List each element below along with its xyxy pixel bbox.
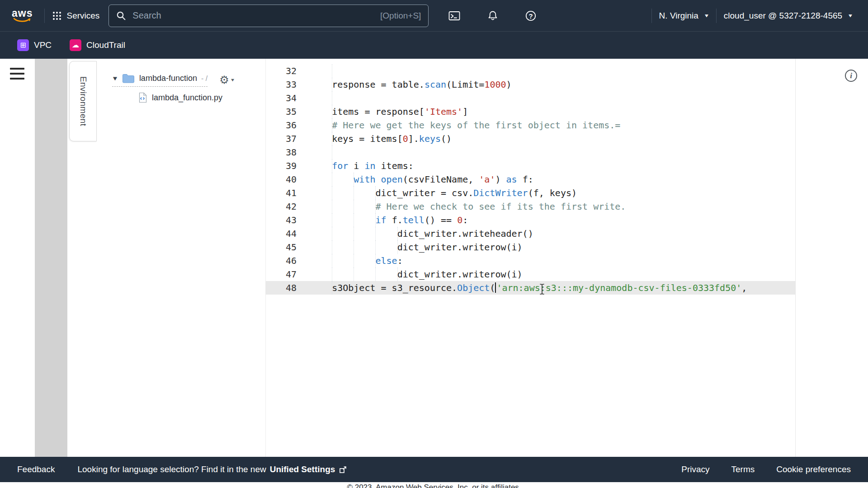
search-icon xyxy=(116,11,126,21)
cloudshell-button[interactable] xyxy=(448,9,461,22)
feedback-link[interactable]: Feedback xyxy=(17,465,55,474)
code-line-38[interactable] xyxy=(307,145,795,159)
cloudshell-terminal-icon xyxy=(448,9,461,22)
line-number: 41 xyxy=(266,186,307,200)
aws-logo-text: aws xyxy=(12,9,33,18)
tree-folder-row[interactable]: ▼ lambda-function - / ⚙ ▼ xyxy=(97,71,265,89)
code-line-36[interactable]: # Here we get the keys of the first obje… xyxy=(307,118,795,132)
indent-guide xyxy=(332,118,332,132)
menu-icon[interactable] xyxy=(10,68,24,80)
language-note-text: Looking for language selection? Find it … xyxy=(77,465,266,474)
code-line-41[interactable]: dict_writer = csv.DictWriter(f, keys) xyxy=(307,186,795,200)
line-number: 32 xyxy=(266,64,307,78)
indent-guide xyxy=(397,267,398,281)
code-line-48[interactable]: s3Object = s3_resource.Object('arn:aws:s… xyxy=(307,281,795,295)
aws-logo[interactable]: aws xyxy=(12,9,33,23)
code-line-46[interactable]: else: xyxy=(307,254,795,267)
unified-settings-link[interactable]: Unified Settings xyxy=(270,465,347,474)
indent-guide xyxy=(332,159,332,173)
python-file-icon xyxy=(138,92,147,103)
indent-guide xyxy=(332,105,332,118)
indent-guide xyxy=(397,227,398,240)
indent-guide xyxy=(332,213,332,227)
unified-settings-label: Unified Settings xyxy=(270,465,335,474)
tree-file-row[interactable]: lambda_function.py xyxy=(97,89,265,106)
file-tree-panel: ▼ lambda-function - / ⚙ ▼ xyxy=(97,59,266,457)
editor-right-margin: i xyxy=(796,59,868,457)
gear-icon: ⚙ xyxy=(219,75,229,85)
top-navigation-bar: aws Services [Option+S] xyxy=(0,0,868,31)
aws-smile-icon xyxy=(13,18,31,23)
code-line-42[interactable]: # Here we check to see if its the first … xyxy=(307,200,795,213)
indent-guide xyxy=(332,145,332,159)
services-menu-button[interactable]: Services xyxy=(52,11,99,21)
line-number: 47 xyxy=(266,267,307,281)
help-button[interactable]: ? xyxy=(524,9,537,22)
disclosure-triangle-icon[interactable]: ▼ xyxy=(112,75,118,82)
indent-guide xyxy=(375,254,376,267)
indent-guide xyxy=(375,227,376,240)
code-line-44[interactable]: dict_writer.writeheader() xyxy=(307,227,795,240)
search-shortcut-hint: [Option+S] xyxy=(380,11,421,21)
notifications-button[interactable] xyxy=(486,9,499,22)
code-line-43[interactable]: if f.tell() == 0: xyxy=(307,213,795,227)
search-input[interactable] xyxy=(132,10,375,21)
line-number: 45 xyxy=(266,240,307,254)
line-number: 42 xyxy=(266,200,307,213)
indent-guide xyxy=(354,267,354,281)
code-area[interactable]: response = table.scan(Limit=1000) items … xyxy=(307,59,796,457)
environment-tab-label: Environment xyxy=(78,76,88,126)
code-line-37[interactable]: keys = items[0].keys() xyxy=(307,132,795,145)
account-menu[interactable]: cloud_user @ 5327-2128-4565 ▼ xyxy=(724,11,853,21)
search-bar[interactable]: [Option+S] xyxy=(108,5,429,27)
line-number: 33 xyxy=(266,78,307,91)
account-label: cloud_user @ 5327-2128-4565 xyxy=(724,11,842,21)
divider xyxy=(651,9,652,23)
indent-guide xyxy=(375,186,376,200)
code-line-32[interactable] xyxy=(307,64,795,78)
favorite-vpc[interactable]: ⊞VPC xyxy=(17,39,52,51)
code-line-33[interactable]: response = table.scan(Limit=1000) xyxy=(307,78,795,91)
code-line-39[interactable]: for i in items: xyxy=(307,159,795,173)
help-icon: ? xyxy=(524,9,537,22)
indent-guide xyxy=(332,78,332,91)
indent-guide xyxy=(375,240,376,254)
indent-guide xyxy=(354,213,354,227)
external-link-icon xyxy=(339,466,347,474)
main-content: Environment ▼ lambda-function - / ⚙ ▼ xyxy=(0,59,868,457)
chevron-down-icon: ▼ xyxy=(230,78,235,82)
chevron-down-icon: ▼ xyxy=(703,14,709,18)
indent-guide xyxy=(332,64,332,78)
code-line-40[interactable]: with open(csvFileName, 'a') as f: xyxy=(307,173,795,186)
code-line-35[interactable]: items = response['Items'] xyxy=(307,105,795,118)
footer-legal-links: Privacy Terms Cookie preferences xyxy=(681,465,851,474)
indent-guide xyxy=(375,200,376,213)
indent-guide xyxy=(332,240,332,254)
tab-column: Environment xyxy=(67,59,97,457)
cookie-preferences-link[interactable]: Cookie preferences xyxy=(776,465,851,474)
indent-guide xyxy=(332,267,332,281)
terms-link[interactable]: Terms xyxy=(731,465,755,474)
code-line-47[interactable]: dict_writer.writerow(i) xyxy=(307,267,795,281)
vpc-service-icon: ⊞ xyxy=(17,39,29,51)
favorite-label: VPC xyxy=(34,40,52,50)
region-label: N. Virginia xyxy=(659,11,698,21)
tab-environment[interactable]: Environment xyxy=(69,61,97,141)
indent-guide xyxy=(332,186,332,200)
region-selector[interactable]: N. Virginia ▼ xyxy=(659,11,709,21)
bell-icon xyxy=(486,9,499,22)
aws-console: aws Services [Option+S] xyxy=(0,0,868,488)
indent-guide xyxy=(354,186,354,200)
favorite-cloudtrail[interactable]: ☁CloudTrail xyxy=(70,39,125,51)
folder-name: lambda-function xyxy=(139,74,197,83)
line-number: 34 xyxy=(266,91,307,105)
tree-settings-button[interactable]: ⚙ ▼ xyxy=(219,75,234,85)
code-line-34[interactable] xyxy=(307,91,795,105)
indent-guide xyxy=(375,267,376,281)
privacy-link[interactable]: Privacy xyxy=(681,465,709,474)
info-icon[interactable]: i xyxy=(845,70,857,82)
code-line-45[interactable]: dict_writer.writerow(i) xyxy=(307,240,795,254)
line-number: 40 xyxy=(266,173,307,186)
indent-guide xyxy=(332,281,332,295)
indent-guide xyxy=(354,227,354,240)
